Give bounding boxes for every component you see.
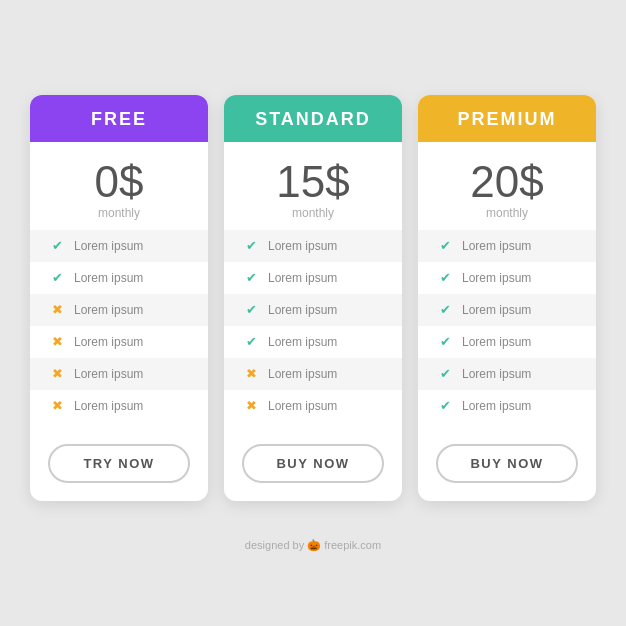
check-icon: ✔ xyxy=(436,269,454,287)
plan-period-standard: monthly xyxy=(276,206,349,220)
plan-btn-premium[interactable]: BUY NOW xyxy=(436,444,578,483)
list-item: ✔Lorem ipsum xyxy=(30,262,208,294)
plan-btn-wrap-premium: BUY NOW xyxy=(418,434,596,501)
plan-period-premium: monthly xyxy=(470,206,543,220)
plan-card-standard: STANDARD15$monthly✔Lorem ipsum✔Lorem ips… xyxy=(224,95,402,501)
plan-price-premium: 20$monthly xyxy=(470,142,543,230)
feature-label: Lorem ipsum xyxy=(462,335,531,349)
plan-btn-free[interactable]: TRY NOW xyxy=(48,444,190,483)
cross-icon: ✖ xyxy=(242,365,260,383)
list-item: ✔Lorem ipsum xyxy=(418,262,596,294)
list-item: ✖Lorem ipsum xyxy=(30,358,208,390)
feature-label: Lorem ipsum xyxy=(462,271,531,285)
check-icon: ✔ xyxy=(436,237,454,255)
list-item: ✖Lorem ipsum xyxy=(30,390,208,422)
check-icon: ✔ xyxy=(436,365,454,383)
feature-label: Lorem ipsum xyxy=(462,367,531,381)
check-icon: ✔ xyxy=(436,333,454,351)
feature-label: Lorem ipsum xyxy=(268,271,337,285)
check-icon: ✔ xyxy=(48,269,66,287)
list-item: ✔Lorem ipsum xyxy=(418,390,596,422)
feature-label: Lorem ipsum xyxy=(74,399,143,413)
list-item: ✔Lorem ipsum xyxy=(418,230,596,262)
plan-btn-wrap-free: TRY NOW xyxy=(30,434,208,501)
list-item: ✔Lorem ipsum xyxy=(418,358,596,390)
feature-label: Lorem ipsum xyxy=(462,303,531,317)
feature-label: Lorem ipsum xyxy=(268,303,337,317)
cross-icon: ✖ xyxy=(48,397,66,415)
cross-icon: ✖ xyxy=(242,397,260,415)
plan-btn-wrap-standard: BUY NOW xyxy=(224,434,402,501)
plan-card-premium: PREMIUM20$monthly✔Lorem ipsum✔Lorem ipsu… xyxy=(418,95,596,501)
feature-label: Lorem ipsum xyxy=(74,303,143,317)
list-item: ✔Lorem ipsum xyxy=(224,230,402,262)
feature-label: Lorem ipsum xyxy=(74,335,143,349)
list-item: ✔Lorem ipsum xyxy=(30,230,208,262)
list-item: ✔Lorem ipsum xyxy=(418,294,596,326)
list-item: ✖Lorem ipsum xyxy=(224,358,402,390)
list-item: ✔Lorem ipsum xyxy=(224,294,402,326)
list-item: ✔Lorem ipsum xyxy=(224,326,402,358)
list-item: ✖Lorem ipsum xyxy=(224,390,402,422)
feature-label: Lorem ipsum xyxy=(268,239,337,253)
feature-label: Lorem ipsum xyxy=(74,271,143,285)
check-icon: ✔ xyxy=(242,301,260,319)
footer-credit: designed by 🎃 freepik.com xyxy=(245,539,381,562)
feature-label: Lorem ipsum xyxy=(74,239,143,253)
list-item: ✔Lorem ipsum xyxy=(224,262,402,294)
check-icon: ✔ xyxy=(436,397,454,415)
cross-icon: ✖ xyxy=(48,333,66,351)
feature-label: Lorem ipsum xyxy=(462,239,531,253)
feature-label: Lorem ipsum xyxy=(462,399,531,413)
check-icon: ✔ xyxy=(242,237,260,255)
plan-period-free: monthly xyxy=(95,206,144,220)
pricing-container: FREE0$monthly✔Lorem ipsum✔Lorem ipsum✖Lo… xyxy=(10,65,616,531)
feature-label: Lorem ipsum xyxy=(268,367,337,381)
plan-amount-premium: 20$ xyxy=(470,160,543,204)
plan-features-standard: ✔Lorem ipsum✔Lorem ipsum✔Lorem ipsum✔Lor… xyxy=(224,230,402,434)
check-icon: ✔ xyxy=(436,301,454,319)
cross-icon: ✖ xyxy=(48,301,66,319)
list-item: ✖Lorem ipsum xyxy=(30,326,208,358)
plan-header-premium: PREMIUM xyxy=(418,95,596,142)
cross-icon: ✖ xyxy=(48,365,66,383)
check-icon: ✔ xyxy=(48,237,66,255)
plan-features-free: ✔Lorem ipsum✔Lorem ipsum✖Lorem ipsum✖Lor… xyxy=(30,230,208,434)
check-icon: ✔ xyxy=(242,333,260,351)
list-item: ✔Lorem ipsum xyxy=(418,326,596,358)
plan-header-standard: STANDARD xyxy=(224,95,402,142)
plan-features-premium: ✔Lorem ipsum✔Lorem ipsum✔Lorem ipsum✔Lor… xyxy=(418,230,596,434)
plan-btn-standard[interactable]: BUY NOW xyxy=(242,444,384,483)
check-icon: ✔ xyxy=(242,269,260,287)
list-item: ✖Lorem ipsum xyxy=(30,294,208,326)
feature-label: Lorem ipsum xyxy=(268,335,337,349)
plan-price-standard: 15$monthly xyxy=(276,142,349,230)
plan-amount-free: 0$ xyxy=(95,160,144,204)
plan-card-free: FREE0$monthly✔Lorem ipsum✔Lorem ipsum✖Lo… xyxy=(30,95,208,501)
plan-header-free: FREE xyxy=(30,95,208,142)
plan-price-free: 0$monthly xyxy=(95,142,144,230)
plan-amount-standard: 15$ xyxy=(276,160,349,204)
feature-label: Lorem ipsum xyxy=(268,399,337,413)
feature-label: Lorem ipsum xyxy=(74,367,143,381)
